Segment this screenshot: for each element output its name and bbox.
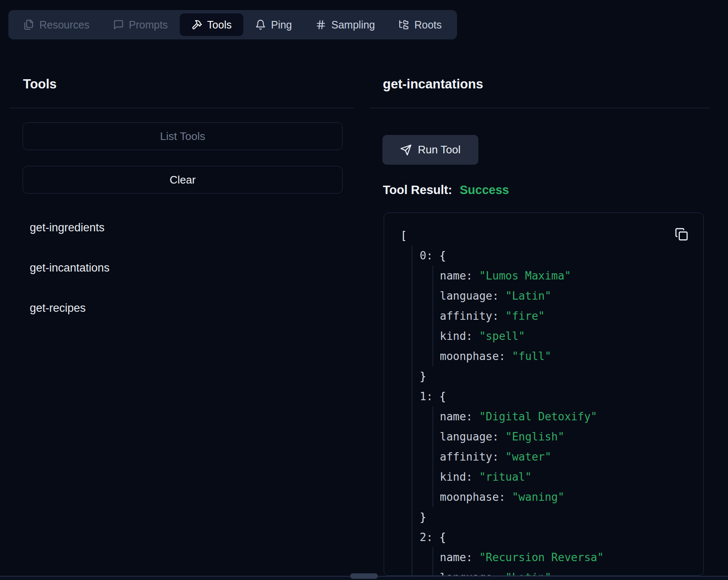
tool-list-item[interactable]: get-incantations [30, 248, 110, 288]
json-row: moonphase: "waning" [433, 487, 703, 507]
tab-roots[interactable]: Roots [387, 13, 453, 36]
json-row: kind: "spell" [433, 326, 703, 346]
tab-label: Prompts [129, 19, 168, 31]
tool-result-label: Tool Result: [383, 183, 452, 197]
tool-result-status: Success [460, 183, 509, 197]
tree-icon [398, 19, 409, 30]
tab-tools[interactable]: Tools [180, 13, 243, 36]
json-row: name: "Lumos Maxima" [433, 266, 703, 286]
run-tool-label: Run Tool [418, 143, 460, 156]
json-row: } [412, 366, 703, 386]
json-row: language: "Latin" [433, 567, 703, 576]
send-icon [400, 144, 412, 156]
tool-result-json-viewer: [0: {name: "Lumos Maxima"language: "Lati… [384, 212, 704, 576]
tab-sampling[interactable]: Sampling [304, 13, 387, 36]
json-row: language: "English" [433, 427, 703, 447]
tab-ping[interactable]: Ping [243, 13, 304, 36]
list-tools-button[interactable]: List Tools [23, 122, 343, 150]
left-header-divider [9, 108, 354, 108]
tab-resources[interactable]: Resources [12, 13, 101, 36]
right-header-divider [369, 108, 710, 108]
json-row: 0: { [412, 246, 703, 266]
clear-button[interactable]: Clear [23, 166, 343, 194]
json-row: name: "Recursion Reversa" [433, 547, 703, 567]
tool-list-item[interactable]: get-ingredients [30, 207, 110, 248]
hammer-icon [191, 19, 202, 30]
tool-list-item[interactable]: get-recipes [30, 288, 110, 328]
json-row: name: "Digital Detoxify" [433, 407, 703, 427]
tab-bar: Resources Prompts Tools Ping [8, 10, 457, 39]
tab-label: Sampling [331, 19, 375, 31]
json-row: 2: { [412, 527, 703, 547]
tab-prompts[interactable]: Prompts [101, 13, 180, 36]
copy-button[interactable] [675, 227, 689, 241]
panel-drag-handle[interactable] [350, 573, 378, 579]
json-row: affinity: "fire" [433, 306, 703, 326]
json-tree[interactable]: [0: {name: "Lumos Maxima"language: "Lati… [384, 213, 703, 576]
hash-icon [315, 19, 326, 30]
tab-label: Resources [39, 19, 90, 31]
files-icon [23, 19, 34, 30]
run-tool-button[interactable]: Run Tool [382, 135, 478, 165]
bell-icon [255, 19, 266, 30]
json-row: } [412, 507, 703, 527]
tool-result-line: Tool Result: Success [383, 183, 509, 197]
tab-label: Ping [271, 19, 292, 31]
json-row: affinity: "water" [433, 447, 703, 467]
right-panel-title: get-incantations [383, 77, 483, 92]
tab-label: Roots [414, 19, 441, 31]
message-icon [113, 19, 124, 30]
json-row: moonphase: "full" [433, 346, 703, 366]
json-row: kind: "ritual" [433, 467, 703, 487]
json-row: language: "Latin" [433, 286, 703, 306]
tool-list: get-ingredientsget-incantationsget-recip… [30, 207, 110, 328]
json-row: 1: { [412, 386, 703, 407]
tab-label: Tools [207, 19, 232, 31]
json-row: [ [384, 225, 703, 246]
left-panel-title: Tools [23, 77, 57, 92]
copy-icon [675, 228, 689, 241]
